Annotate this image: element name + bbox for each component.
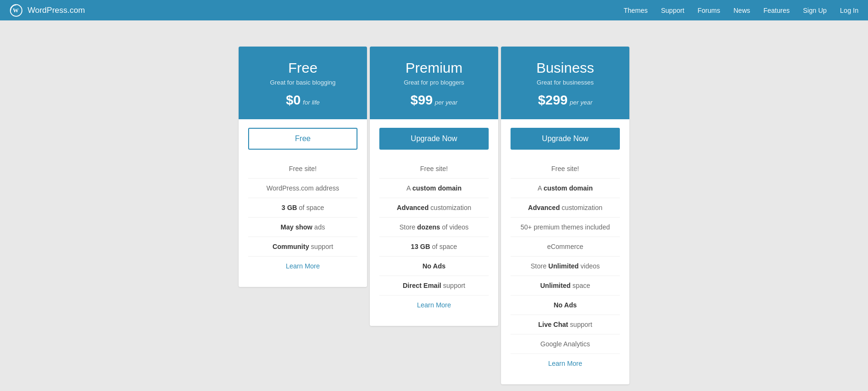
- svg-text:W: W: [13, 7, 19, 14]
- nav-signup[interactable]: Sign Up: [803, 7, 827, 14]
- plan-free-features: Free site! WordPress.com address 3 GB of…: [248, 159, 357, 276]
- nav-forums[interactable]: Forums: [698, 7, 720, 14]
- plan-business-header: Business Great for businesses $299 per y…: [501, 47, 629, 119]
- premium-learn-more-link[interactable]: Learn More: [417, 301, 451, 309]
- plan-free-tagline: Great for basic blogging: [248, 79, 357, 86]
- plan-free-header: Free Great for basic blogging $0 for lif…: [239, 47, 367, 119]
- feature-free-learn-more[interactable]: Learn More: [248, 257, 357, 276]
- plan-business-body: Upgrade Now Free site! A custom domain A…: [501, 119, 629, 384]
- feature-business-ecommerce: eCommerce: [511, 237, 620, 257]
- feature-business-themes: 50+ premium themes included: [511, 218, 620, 237]
- feature-premium-advanced: Advanced customization: [379, 198, 489, 218]
- feature-premium-custom-domain: A custom domain: [379, 179, 489, 198]
- brand-name: WordPress.com: [28, 6, 85, 15]
- feature-business-learn-more[interactable]: Learn More: [511, 354, 620, 373]
- feature-business-analytics: Google Analytics: [511, 334, 620, 354]
- feature-premium-email-support: Direct Email support: [379, 276, 489, 296]
- plan-premium-cta-button[interactable]: Upgrade Now: [379, 128, 489, 150]
- plan-premium-body: Upgrade Now Free site! A custom domain A…: [370, 119, 498, 326]
- plan-business-features: Free site! A custom domain Advanced cust…: [511, 159, 620, 373]
- plan-premium-price: $99 per year: [379, 93, 489, 108]
- nav-login[interactable]: Log In: [840, 7, 858, 14]
- feature-business-unlimited-space: Unlimited space: [511, 276, 620, 296]
- feature-wp-address: WordPress.com address: [248, 179, 357, 198]
- feature-premium-13gb: 13 GB of space: [379, 237, 489, 257]
- feature-business-free-site: Free site!: [511, 159, 620, 179]
- feature-business-advanced: Advanced customization: [511, 198, 620, 218]
- plan-business-price-amount: $299: [538, 93, 568, 107]
- feature-business-custom-domain: A custom domain: [511, 179, 620, 198]
- feature-premium-videos: Store dozens of videos: [379, 218, 489, 237]
- business-learn-more-link[interactable]: Learn More: [548, 360, 582, 367]
- plan-premium-features: Free site! A custom domain Advanced cust…: [379, 159, 489, 315]
- plan-premium-tagline: Great for pro bloggers: [379, 79, 489, 86]
- feature-business-no-ads: No Ads: [511, 296, 620, 315]
- navbar-links: Themes Support Forums News Features Sign…: [624, 7, 858, 14]
- plan-free-name: Free: [248, 60, 357, 76]
- navbar: W WordPress.com Themes Support Forums Ne…: [0, 0, 868, 20]
- plan-free: Free Great for basic blogging $0 for lif…: [239, 47, 367, 287]
- feature-business-unlimited-videos: Store Unlimited videos: [511, 257, 620, 276]
- plan-premium-price-period: per year: [435, 99, 458, 106]
- feature-community-support: Community support: [248, 237, 357, 257]
- feature-premium-free-site: Free site!: [379, 159, 489, 179]
- plan-free-cta-button[interactable]: Free: [248, 128, 357, 150]
- plan-premium-name: Premium: [379, 60, 489, 76]
- plan-free-price-period: for life: [303, 99, 319, 106]
- plan-business-cta-button[interactable]: Upgrade Now: [511, 128, 620, 150]
- navbar-brand: W WordPress.com: [10, 4, 85, 17]
- plan-premium-header: Premium Great for pro bloggers $99 per y…: [370, 47, 498, 119]
- feature-premium-learn-more[interactable]: Learn More: [379, 296, 489, 315]
- nav-support[interactable]: Support: [661, 7, 684, 14]
- plan-premium: Premium Great for pro bloggers $99 per y…: [370, 47, 498, 326]
- plan-business: Business Great for businesses $299 per y…: [501, 47, 629, 384]
- nav-features[interactable]: Features: [763, 7, 790, 14]
- plan-business-price-period: per year: [570, 99, 593, 106]
- feature-3gb: 3 GB of space: [248, 198, 357, 218]
- wordpress-logo-icon: W: [10, 4, 23, 17]
- nav-news[interactable]: News: [733, 7, 750, 14]
- plan-free-body: Free Free site! WordPress.com address 3 …: [239, 119, 367, 287]
- nav-themes[interactable]: Themes: [624, 7, 648, 14]
- plan-free-price: $0 for life: [248, 93, 357, 108]
- feature-may-show-ads: May show ads: [248, 218, 357, 237]
- feature-premium-no-ads: No Ads: [379, 257, 489, 276]
- feature-business-live-chat: Live Chat support: [511, 315, 620, 334]
- plan-business-name: Business: [511, 60, 620, 76]
- plan-premium-price-amount: $99: [411, 93, 433, 107]
- plan-business-tagline: Great for businesses: [511, 79, 620, 86]
- feature-free-site: Free site!: [248, 159, 357, 179]
- free-learn-more-link[interactable]: Learn More: [286, 262, 320, 270]
- plan-free-price-amount: $0: [286, 93, 300, 107]
- pricing-section: Free Great for basic blogging $0 for lif…: [0, 20, 868, 391]
- plan-business-price: $299 per year: [511, 93, 620, 108]
